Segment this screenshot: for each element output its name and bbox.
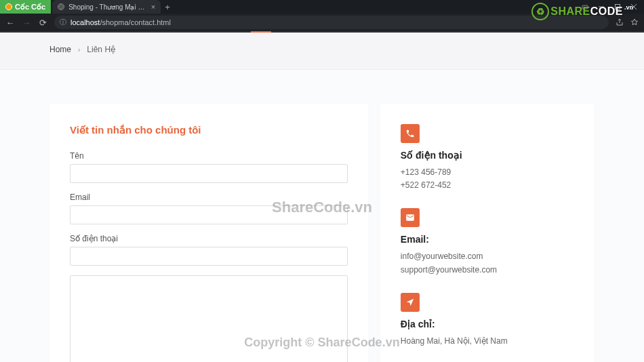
svg-rect-3 bbox=[616, 5, 620, 9]
url-input[interactable]: ⓘ localhost/shopma/contact.html bbox=[54, 16, 609, 29]
contact-info-card: Số điện thoại +123 456-789 +522 672-452 … bbox=[380, 104, 595, 362]
url-path: /shopma/contact.html bbox=[100, 18, 171, 26]
forward-button[interactable]: → bbox=[22, 18, 31, 28]
breadcrumb-current: Liên Hệ bbox=[87, 45, 115, 54]
url-text: localhost/shopma/contact.html bbox=[71, 18, 171, 26]
window-controls bbox=[575, 3, 644, 10]
breadcrumb-home[interactable]: Home bbox=[49, 45, 71, 54]
toolbar-right bbox=[616, 18, 639, 26]
info-address-block: Địa chỉ: Hoàng Mai, Hà Nội, Việt Nam bbox=[401, 293, 574, 348]
phone-title: Số điện thoại bbox=[401, 150, 574, 161]
phone-input[interactable] bbox=[70, 247, 348, 266]
window-close-icon[interactable] bbox=[630, 3, 637, 10]
address-line-1: Hoàng Mai, Hà Nội, Việt Nam bbox=[401, 335, 574, 348]
phone-label: Số điện thoại bbox=[70, 234, 348, 243]
browser-name: Cốc Cốc bbox=[15, 3, 45, 12]
info-email-block: Email: info@yourwebsite.com support@your… bbox=[401, 208, 574, 276]
form-group-email: Email bbox=[70, 193, 348, 224]
form-group-message bbox=[70, 275, 348, 362]
email-title: Email: bbox=[401, 234, 574, 245]
email-input[interactable] bbox=[70, 205, 348, 224]
nav-underline bbox=[0, 31, 644, 33]
phone-icon bbox=[401, 124, 420, 143]
new-tab-button[interactable]: + bbox=[161, 2, 174, 12]
maximize-icon[interactable] bbox=[614, 3, 621, 10]
bookmark-icon[interactable] bbox=[630, 18, 639, 26]
name-label: Tên bbox=[70, 151, 348, 161]
breadcrumb: Home › Liên Hệ bbox=[44, 45, 600, 54]
share-icon[interactable] bbox=[616, 18, 624, 26]
browser-logo[interactable]: Cốc Cốc bbox=[0, 0, 51, 14]
svg-rect-1 bbox=[582, 5, 588, 9]
browser-tab[interactable]: Shoping - Thương Mại Điện × bbox=[52, 0, 161, 14]
address-title: Địa chỉ: bbox=[401, 319, 574, 329]
location-arrow-icon bbox=[401, 293, 420, 312]
logo-dot-icon bbox=[5, 3, 12, 10]
message-textarea[interactable] bbox=[70, 275, 348, 362]
email-label: Email bbox=[70, 193, 348, 202]
titlebar-left: Cốc Cốc Shoping - Thương Mại Điện × + bbox=[0, 0, 174, 14]
chevron-right-icon: › bbox=[78, 46, 80, 54]
close-icon[interactable]: × bbox=[151, 3, 155, 11]
address-bar: ← → ⟳ ⓘ localhost/shopma/contact.html bbox=[0, 14, 644, 31]
email-line-1: info@yourwebsite.com bbox=[401, 250, 574, 263]
globe-icon bbox=[58, 3, 64, 10]
info-icon: ⓘ bbox=[60, 18, 66, 27]
info-phone-block: Số điện thoại +123 456-789 +522 672-452 bbox=[401, 124, 574, 192]
contact-form-card: Viết tin nhắn cho chúng tôi Tên Email Số… bbox=[49, 104, 368, 362]
tab-title: Shoping - Thương Mại Điện bbox=[68, 3, 147, 11]
incognito-icon[interactable] bbox=[582, 3, 588, 10]
phone-line-1: +123 456-789 bbox=[401, 166, 574, 179]
window-titlebar: Cốc Cốc Shoping - Thương Mại Điện × + bbox=[0, 0, 644, 14]
email-line-2: support@yourwebsite.com bbox=[401, 264, 574, 277]
reload-button[interactable]: ⟳ bbox=[38, 18, 47, 28]
form-title: Viết tin nhắn cho chúng tôi bbox=[70, 124, 348, 136]
mail-icon bbox=[401, 208, 420, 227]
form-group-name: Tên bbox=[70, 151, 348, 183]
minimize-icon[interactable] bbox=[598, 3, 605, 10]
breadcrumb-section: Home › Liên Hệ bbox=[0, 33, 644, 70]
url-host: localhost bbox=[71, 18, 100, 26]
phone-line-2: +522 672-452 bbox=[401, 179, 574, 192]
page-body: Viết tin nhắn cho chúng tôi Tên Email Số… bbox=[0, 70, 644, 362]
content-row: Viết tin nhắn cho chúng tôi Tên Email Số… bbox=[44, 104, 600, 362]
back-button[interactable]: ← bbox=[5, 18, 15, 28]
name-input[interactable] bbox=[70, 164, 348, 183]
form-group-phone: Số điện thoại bbox=[70, 234, 348, 266]
